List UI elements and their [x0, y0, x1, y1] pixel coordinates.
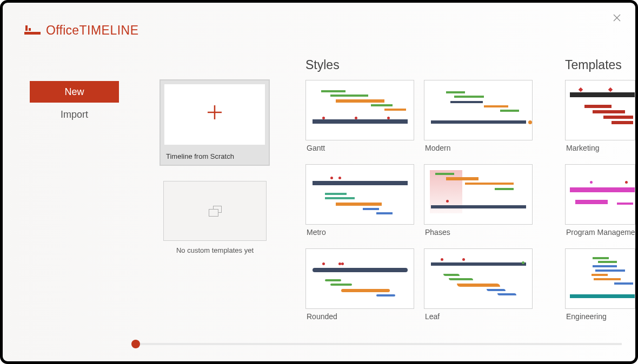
stack-icon — [209, 206, 222, 217]
phases-thumbnail — [424, 164, 533, 225]
templates-section: Templates Marketing — [565, 57, 635, 323]
custom-thumbnail — [163, 181, 267, 241]
style-label: Modern — [424, 140, 533, 154]
templates-title: Templates — [565, 58, 635, 72]
style-label: Leaf — [424, 309, 533, 323]
style-card-phases[interactable]: Phases — [424, 164, 533, 239]
plus-icon — [205, 103, 224, 126]
custom-templates-card[interactable]: No custom templates yet — [163, 181, 267, 254]
style-card-modern[interactable]: Modern — [424, 80, 533, 154]
style-card-leaf[interactable]: Leaf — [424, 248, 533, 323]
style-card-gantt[interactable]: Gantt — [305, 80, 414, 154]
template-card-marketing[interactable]: Marketing — [565, 80, 635, 154]
engineering-thumbnail — [565, 248, 635, 309]
nav-new-button[interactable]: New — [30, 81, 119, 103]
template-label: Program Management — [565, 225, 635, 239]
close-button[interactable] — [612, 14, 622, 23]
style-label: Gantt — [305, 140, 414, 154]
scratch-label: Timeline from Scratch — [161, 149, 269, 165]
modern-thumbnail — [424, 80, 533, 140]
style-label: Metro — [305, 225, 414, 239]
scratch-thumbnail — [164, 84, 265, 145]
gantt-thumbnail — [305, 80, 414, 140]
nav-import-button[interactable]: Import — [30, 104, 119, 125]
horizontal-scrollbar[interactable] — [131, 343, 622, 345]
template-card-program-management[interactable]: Program Management — [565, 164, 635, 239]
close-icon — [613, 14, 621, 22]
templates-grid: Marketing Program Management — [565, 80, 635, 323]
styles-grid: Gantt Modern — [305, 80, 538, 323]
main-content: Timeline from Scratch No custom template… — [160, 57, 635, 329]
style-card-rounded[interactable]: Rounded — [305, 248, 414, 323]
styles-title: Styles — [305, 58, 538, 72]
styles-section: Styles Gantt — [305, 57, 538, 323]
style-label: Rounded — [305, 309, 414, 323]
timeline-from-scratch-card[interactable]: Timeline from Scratch — [160, 79, 270, 166]
custom-label: No custom templates yet — [163, 241, 267, 254]
scrollbar-handle[interactable] — [131, 340, 140, 348]
style-label: Phases — [424, 225, 533, 239]
marketing-thumbnail — [565, 80, 635, 140]
logo-icon — [24, 24, 41, 37]
template-label: Marketing — [565, 140, 635, 154]
rounded-thumbnail — [305, 248, 414, 309]
app-logo: OfficeTIMELINE — [24, 23, 139, 38]
app-window: OfficeTIMELINE New Import Timeline from … — [0, 0, 638, 364]
logo-text: OfficeTIMELINE — [46, 23, 139, 38]
pm-thumbnail — [565, 164, 635, 225]
style-card-metro[interactable]: Metro — [305, 164, 414, 239]
leaf-thumbnail — [424, 248, 533, 309]
metro-thumbnail — [305, 164, 414, 225]
template-label: Engineering — [565, 309, 635, 323]
template-card-engineering[interactable]: Engineering — [565, 248, 635, 323]
sidebar: New Import — [30, 81, 119, 126]
